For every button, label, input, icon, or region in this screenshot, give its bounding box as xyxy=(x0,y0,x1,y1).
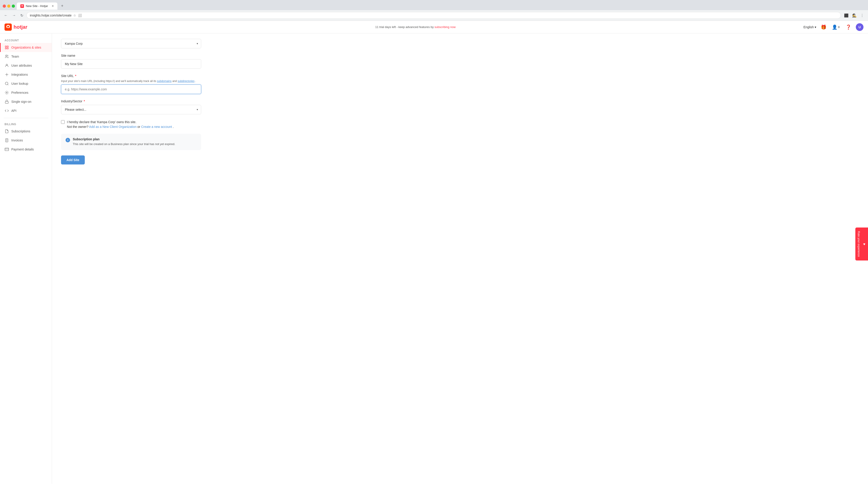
industry-select-wrapper: Please select... ▾ xyxy=(61,105,201,114)
user-lookup-icon xyxy=(4,81,9,86)
sidebar-item-user-lookup[interactable]: User lookup xyxy=(0,79,52,88)
subdirectories-link[interactable]: subdirectories xyxy=(178,79,195,83)
language-label: English xyxy=(803,25,814,29)
hotjar-logo: hotjar xyxy=(4,24,27,31)
ownership-period: . xyxy=(173,125,174,129)
api-icon xyxy=(4,108,9,113)
create-new-account-link[interactable]: Create a new account xyxy=(141,125,172,129)
site-name-label-text: Site name xyxy=(61,54,75,57)
sidebar-integrations-label: Integrations xyxy=(11,73,28,76)
site-name-input[interactable] xyxy=(61,59,201,69)
sidebar-item-subscriptions[interactable]: Subscriptions xyxy=(0,127,52,136)
sidebar-preferences-label: Preferences xyxy=(11,91,28,94)
account-section-label: Account xyxy=(0,37,52,43)
subscription-title: Subscription plan xyxy=(73,137,175,141)
org-select-container: Kampa Corp ▾ xyxy=(61,39,201,48)
help-btn[interactable]: ❓ xyxy=(845,24,852,31)
site-url-hint-and: and xyxy=(172,79,177,83)
incognito-btn[interactable]: 🕵 xyxy=(851,12,858,19)
svg-rect-1 xyxy=(5,46,6,47)
content-inner: Kampa Corp ▾ Site name Site URL xyxy=(52,33,210,170)
extension-icon[interactable]: ⬜ xyxy=(78,13,82,17)
bookmark-icon[interactable]: ☆ xyxy=(73,13,76,17)
add-client-org-link[interactable]: Add as a New Client Organization xyxy=(89,125,136,129)
new-feature-btn[interactable]: 🎁 xyxy=(820,24,827,31)
ownership-text-part2: Not the owner? xyxy=(67,125,88,129)
org-dropdown[interactable]: Kampa Corp xyxy=(61,39,201,48)
avatar-initials: U xyxy=(859,25,861,29)
industry-dropdown[interactable]: Please select... xyxy=(61,105,201,114)
browser-titlebar: H New Site - Hotjar × + xyxy=(0,0,868,10)
svg-rect-11 xyxy=(5,101,8,103)
user-attributes-icon xyxy=(4,63,9,68)
tab-close-btn[interactable]: × xyxy=(52,4,54,8)
new-tab-btn[interactable]: + xyxy=(59,2,65,10)
subscribing-now-link[interactable]: subscribing now xyxy=(434,25,456,29)
sidebar-item-orgs-sites[interactable]: Organizations & sites xyxy=(0,43,52,52)
svg-rect-4 xyxy=(7,48,8,49)
avatar[interactable]: U xyxy=(856,23,864,31)
ownership-checkbox-row: I hereby declare that 'Kampa Corp' owns … xyxy=(61,120,201,129)
subscription-info-icon: i xyxy=(66,138,70,142)
window-minimize-btn[interactable] xyxy=(7,4,10,8)
back-btn[interactable]: ← xyxy=(3,12,9,18)
sidebar-user-attributes-label: User attributes xyxy=(11,64,32,67)
ownership-text-part1: I hereby declare that 'Kampa Corp' owns … xyxy=(67,120,136,124)
industry-label-text: Industry/Sector xyxy=(61,99,82,103)
ownership-or: or xyxy=(137,125,140,129)
hotjar-logo-icon xyxy=(4,24,12,31)
ownership-checkbox[interactable] xyxy=(61,120,65,124)
trial-banner: 11 trial days left - keep advanced featu… xyxy=(375,25,456,29)
svg-point-10 xyxy=(6,92,7,93)
app-header: hotjar 11 trial days left - keep advance… xyxy=(0,21,868,33)
svg-point-6 xyxy=(6,64,7,66)
browser-tab-active[interactable]: H New Site - Hotjar × xyxy=(17,2,57,10)
extensions-btn[interactable]: ⬛ xyxy=(843,12,850,19)
sidebar-item-api[interactable]: API xyxy=(0,106,52,115)
menu-btn[interactable]: ⋮ xyxy=(859,12,865,19)
window-close-btn[interactable] xyxy=(3,4,6,8)
language-selector[interactable]: English ▾ xyxy=(803,25,816,29)
sidebar: Account Organizations & sites Team User … xyxy=(0,33,52,484)
invite-user-btn[interactable]: 👤+ xyxy=(831,24,841,31)
address-text: insights.hotjar.com/site/create xyxy=(30,13,71,17)
main-content: Kampa Corp ▾ Site name Site URL xyxy=(52,33,868,484)
reload-btn[interactable]: ↻ xyxy=(19,12,25,19)
site-name-field: Site name xyxy=(61,54,201,69)
sidebar-item-team[interactable]: Team xyxy=(0,52,52,61)
sidebar-item-user-attributes[interactable]: User attributes xyxy=(0,61,52,70)
sso-icon xyxy=(4,99,9,104)
site-url-hint-text: Input your site's main URL (including ht… xyxy=(61,79,156,83)
site-url-field: Site URL * Input your site's main URL (i… xyxy=(61,74,201,94)
preferences-icon xyxy=(4,90,9,95)
industry-label: Industry/Sector * xyxy=(61,99,201,103)
orgs-sites-icon xyxy=(4,45,9,50)
subscription-desc: This site will be created on a Business … xyxy=(73,142,175,147)
subdomains-link[interactable]: subdomains xyxy=(157,79,172,83)
browser-chrome: H New Site - Hotjar × + ← → ↻ insights.h… xyxy=(0,0,868,21)
tab-favicon: H xyxy=(20,4,24,8)
sidebar-item-invoices[interactable]: Invoices xyxy=(0,136,52,145)
address-bar[interactable]: insights.hotjar.com/site/create ☆ ⬜ xyxy=(26,12,841,19)
site-url-input[interactable] xyxy=(61,85,201,94)
sidebar-invoices-label: Invoices xyxy=(11,138,23,142)
lang-dropdown-icon: ▾ xyxy=(815,25,816,29)
browser-right-icons: ⬛ 🕵 ⋮ xyxy=(843,12,865,19)
sidebar-sso-label: Single sign-on xyxy=(11,100,31,103)
svg-rect-3 xyxy=(5,48,6,49)
forward-btn[interactable]: → xyxy=(11,12,17,18)
add-site-button[interactable]: Add Site xyxy=(61,156,85,164)
rate-experience-panel[interactable]: ♥ Rate your experience xyxy=(855,228,868,260)
sidebar-item-integrations[interactable]: Integrations xyxy=(0,70,52,79)
main-layout: Account Organizations & sites Team User … xyxy=(0,33,868,484)
integrations-icon xyxy=(4,72,9,77)
window-maximize-btn[interactable] xyxy=(12,4,15,8)
header-right: English ▾ 🎁 👤+ ❓ U xyxy=(803,23,864,31)
billing-section-label: Billing xyxy=(0,121,52,127)
sidebar-item-payment-details[interactable]: Payment details xyxy=(0,145,52,154)
payment-icon xyxy=(4,147,9,152)
sidebar-item-preferences[interactable]: Preferences xyxy=(0,88,52,97)
sidebar-item-sso[interactable]: Single sign-on xyxy=(0,97,52,106)
trial-text: 11 trial days left - keep advanced featu… xyxy=(375,25,434,29)
rate-panel-label: Rate your experience xyxy=(857,231,860,257)
